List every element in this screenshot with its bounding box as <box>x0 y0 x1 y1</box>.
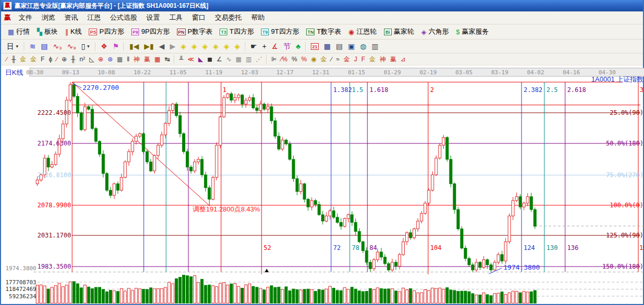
go-next-button[interactable]: ▶ <box>167 43 178 50</box>
pan-hand-button[interactable]: ☛ <box>248 43 260 50</box>
percent-button[interactable]: % <box>290 56 299 62</box>
gold-level-button[interactable]: 金 <box>319 56 329 62</box>
go-prev-button[interactable]: ◀ <box>156 43 167 50</box>
calendar-21-button[interactable]: 21 <box>308 43 321 50</box>
go-first-button[interactable]: ▮◀ <box>127 43 141 50</box>
angle-measure-button[interactable]: ∡ <box>269 43 281 50</box>
grid-b-button[interactable]: ▥ <box>243 56 253 62</box>
j-angle-button[interactable]: J <box>352 56 359 62</box>
sectors-button-button[interactable]: ▚板块 <box>33 27 61 36</box>
gold-circle-button[interactable]: ◉ <box>309 56 318 62</box>
zoom-in-button[interactable]: ◈ <box>221 43 232 50</box>
wave-fit-button[interactable]: ≈ <box>334 56 342 62</box>
n-square-button[interactable]: n² <box>77 56 87 62</box>
grid-a-button[interactable]: ▦ <box>234 56 243 62</box>
parallel-button[interactable]: ⋰ <box>254 56 264 62</box>
trend-line[interactable] <box>72 82 210 206</box>
9t-square-button-button[interactable]: T99T四方形 <box>257 27 303 36</box>
title-bar[interactable]: 赢 赢家江恩专业版[赢家内部服务平台] - [上证指数 SH1A0001-167… <box>1 0 643 11</box>
save-button[interactable]: ▣ <box>346 43 358 50</box>
measure-button[interactable]: ⊫ <box>269 56 279 62</box>
t-square-button-button[interactable]: T3T四方形 <box>216 27 257 36</box>
angle-fan-button[interactable]: ◺ <box>87 56 96 62</box>
trend-angle-button[interactable]: ∠ <box>214 56 224 62</box>
f-lines-button[interactable]: F <box>39 56 47 62</box>
zigzag-button[interactable]: ∿ <box>224 56 234 62</box>
menu-item-2[interactable]: 资讯 <box>60 12 83 23</box>
smart-tool-button[interactable]: ♣ <box>293 43 303 50</box>
menu-item-4[interactable]: 公式选股 <box>105 12 142 23</box>
notes-button[interactable]: ▤ <box>333 43 345 50</box>
menu-item-9[interactable]: 帮助 <box>246 12 269 23</box>
spider-web-button[interactable]: ⊛ <box>105 56 115 62</box>
winner-service-button-button[interactable]: $赢家服务 <box>453 27 492 36</box>
gold-lines-2-button[interactable]: 金 <box>29 56 39 62</box>
zoom-h-button[interactable]: ◈ <box>199 43 210 50</box>
time-lines-button[interactable]: ╫ <box>69 56 78 62</box>
kline-button-button[interactable]: ∥K线 <box>61 27 85 36</box>
crosshair-icon: + <box>262 43 266 50</box>
fan-box-button[interactable]: ◣ <box>196 56 205 62</box>
menu-item-8[interactable]: 交易委托 <box>210 12 246 23</box>
jie-tool-button[interactable]: 节 <box>281 43 293 50</box>
frame-tool-button[interactable]: ╨ <box>177 56 186 62</box>
winner-wheel-button-button[interactable]: Bi赢家轮 <box>380 27 418 36</box>
quotes-button-button[interactable]: ▦行情 <box>4 27 33 36</box>
gann-circle-button[interactable]: ⊕ <box>60 56 69 62</box>
dark-box-button[interactable]: ◼ <box>205 56 214 62</box>
candle-style-button[interactable]: ▯▼ <box>79 43 93 50</box>
fan-red-button[interactable]: ≪ <box>185 56 196 62</box>
print-button[interactable]: ▥ <box>369 43 381 50</box>
gold-red-button[interactable]: 金 <box>341 56 352 62</box>
pen-tool-button[interactable]: ∕ <box>4 56 9 62</box>
slope-pen-button[interactable]: ∕ <box>329 56 334 62</box>
p-square-button-button[interactable]: PSP四方形 <box>85 27 128 36</box>
export-web-button[interactable]: ◍ <box>358 43 369 50</box>
zoom-out-button[interactable]: ◈ <box>232 43 243 50</box>
wave-9-button[interactable]: ∿₉ <box>64 43 78 50</box>
go-last-button[interactable]: ▶▮ <box>142 43 156 50</box>
zoom-right-button[interactable]: ◈ <box>189 43 200 50</box>
span-arrow-button[interactable]: ↹ <box>162 56 172 62</box>
hexagon-button-button[interactable]: ◈六角形 <box>418 27 453 36</box>
calculator-button[interactable]: ▦ <box>321 43 333 50</box>
pct-line-button[interactable]: ⁄% <box>279 56 290 62</box>
red-pattern-button[interactable]: ❖ <box>98 43 110 50</box>
volume-bar <box>460 291 463 303</box>
shen-angle-button[interactable]: 神 <box>378 56 388 62</box>
gann-wheel-button-button[interactable]: ◉江恩轮 <box>345 27 380 36</box>
9p-square-button-button[interactable]: P99P四方形 <box>128 27 173 36</box>
p-table-button-button[interactable]: PNP数字表 <box>173 27 216 36</box>
wave-3-button[interactable]: ∿₃ <box>50 43 64 50</box>
pct-under-button[interactable]: % <box>299 56 309 62</box>
menu-item-0[interactable]: 文件 <box>14 12 37 23</box>
menu-item-6[interactable]: 工具 <box>165 12 187 23</box>
ying-angle-button[interactable]: 赢 <box>388 56 399 62</box>
gold-angle-button[interactable]: 金 <box>367 56 378 62</box>
num-grid-button[interactable]: ▦ <box>153 56 162 62</box>
zoom-v-button[interactable]: ◈ <box>210 43 221 50</box>
crosshair-button[interactable]: + <box>259 43 269 50</box>
calendar-21-icon: 21 <box>311 43 319 50</box>
gann-lines-button[interactable]: ╫ <box>9 56 18 62</box>
ying-lines-button[interactable]: 赢 <box>142 56 153 62</box>
period-daily-button[interactable]: 日▼ <box>4 43 22 50</box>
menu-item-1[interactable]: 浏览 <box>37 12 60 23</box>
target-circle-button[interactable]: ⊕ <box>96 56 105 62</box>
tri-tool-button[interactable]: ⊿ <box>399 56 408 62</box>
pattern-tool-button[interactable]: ≋ <box>27 43 38 50</box>
menu-item-7[interactable]: 窗口 <box>187 12 210 23</box>
spiral-tool-button[interactable]: ϕ <box>47 56 54 62</box>
menu-item-3[interactable]: 江恩 <box>83 12 105 23</box>
gold-lines-1-button[interactable]: 金 <box>18 56 29 62</box>
menu-item-5[interactable]: 设置 <box>142 12 165 23</box>
red-pen-button[interactable]: ∕ <box>54 56 60 62</box>
density-grid-button[interactable]: ▩ <box>115 56 125 62</box>
flag-indicator-button[interactable]: ⚑ <box>110 43 122 50</box>
pause-tool-button[interactable]: ‖ <box>125 56 132 62</box>
shen-lines-button[interactable]: 神 <box>132 56 142 62</box>
info-note-button[interactable]: ▤ <box>38 43 50 50</box>
t-table-button-button[interactable]: TNT数字表 <box>303 27 345 36</box>
zoom-left-button[interactable]: ◈ <box>178 43 189 50</box>
f-angle-button[interactable]: F <box>359 56 367 62</box>
